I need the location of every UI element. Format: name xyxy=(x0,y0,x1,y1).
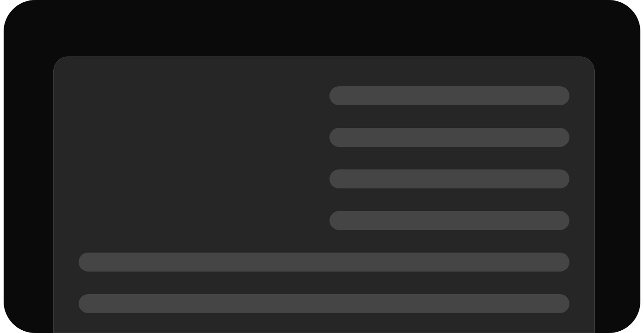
skeleton-right-column xyxy=(329,86,569,230)
skeleton-line xyxy=(329,211,569,230)
skeleton-line xyxy=(329,169,569,188)
loading-card xyxy=(53,56,595,333)
app-background xyxy=(4,0,640,333)
skeleton-full-section xyxy=(79,253,569,313)
skeleton-line xyxy=(329,128,569,147)
image-placeholder-area xyxy=(79,86,329,230)
skeleton-line xyxy=(79,294,569,313)
skeleton-line xyxy=(329,86,569,105)
skeleton-content xyxy=(79,86,569,313)
skeleton-line xyxy=(79,253,569,272)
skeleton-top-section xyxy=(79,86,569,230)
